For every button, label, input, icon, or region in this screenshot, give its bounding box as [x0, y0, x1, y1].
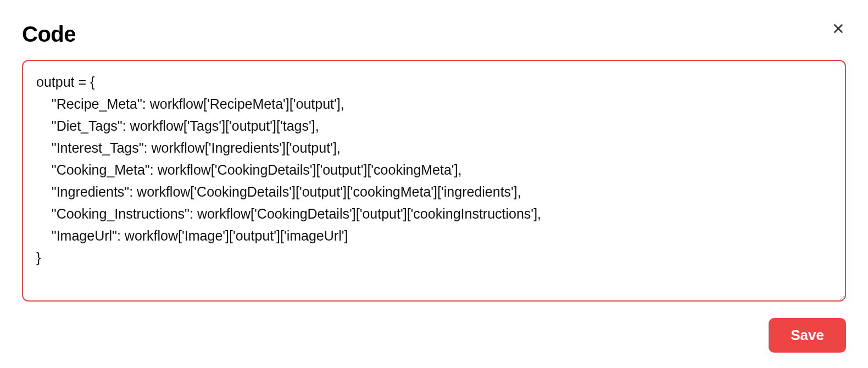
code-textarea[interactable] — [22, 60, 846, 302]
save-button[interactable]: Save — [769, 318, 846, 353]
close-button[interactable] — [830, 20, 847, 37]
modal-footer: Save — [22, 318, 846, 353]
modal-header: Code — [22, 22, 846, 47]
close-icon — [831, 21, 845, 36]
code-modal: Code Save — [0, 0, 868, 368]
modal-title: Code — [22, 22, 76, 47]
